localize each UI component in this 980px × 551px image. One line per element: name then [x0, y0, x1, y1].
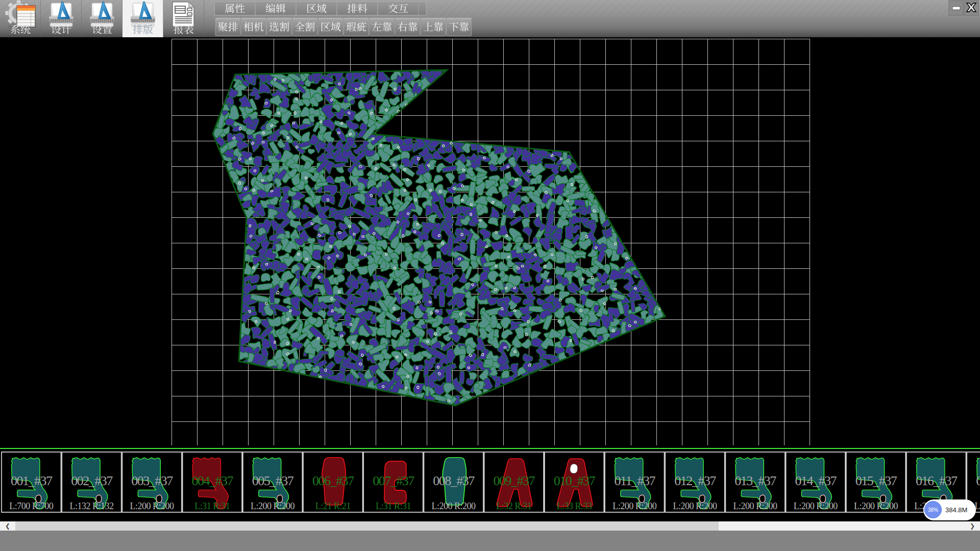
svg-text:012_#37: 012_#37 — [674, 473, 716, 488]
svg-text:014_#37: 014_#37 — [795, 473, 837, 488]
svg-text:016_#37: 016_#37 — [916, 473, 958, 488]
svg-text:005_#37: 005_#37 — [252, 473, 294, 488]
svg-text:011_#37: 011_#37 — [614, 473, 655, 488]
svg-text:010_#37: 010_#37 — [554, 473, 596, 488]
svg-text:L:200 R:200: L:200 R:200 — [794, 501, 838, 511]
svg-text:L:132 R:132: L:132 R:132 — [69, 501, 113, 511]
svg-text:L:200 R:200: L:200 R:200 — [673, 501, 717, 511]
svg-text:009_#37: 009_#37 — [494, 473, 535, 488]
svg-text:L:21 R:21: L:21 R:21 — [315, 501, 351, 511]
svg-text:001_#37: 001_#37 — [11, 473, 53, 488]
svg-text:L:200 R:200: L:200 R:200 — [612, 501, 657, 511]
svg-text:L:31 R:31: L:31 R:31 — [376, 501, 411, 511]
svg-text:L:33 R:33: L:33 R:33 — [556, 501, 592, 511]
svg-text:L:31 R:31: L:31 R:31 — [194, 501, 230, 511]
svg-text:L:200 R:200: L:200 R:200 — [432, 501, 476, 511]
svg-text:L:200 R:200: L:200 R:200 — [251, 501, 295, 511]
svg-text:L:200 R:200: L:200 R:200 — [854, 501, 898, 511]
svg-text:002_#37: 002_#37 — [71, 473, 113, 488]
svg-text:L:32 R:31: L:32 R:31 — [496, 501, 531, 511]
svg-text:007_#37: 007_#37 — [373, 473, 414, 488]
svg-text:L:200 R:200: L:200 R:200 — [733, 501, 778, 511]
svg-text:013_#37: 013_#37 — [734, 473, 776, 488]
svg-text:004_#37: 004_#37 — [192, 473, 234, 488]
svg-text:017_#37: 017_#37 — [976, 473, 980, 488]
svg-text:L:700 R:700: L:700 R:700 — [9, 501, 54, 511]
svg-text:006_#37: 006_#37 — [312, 473, 354, 488]
svg-text:008_#37: 008_#37 — [433, 473, 475, 488]
svg-text:015_#37: 015_#37 — [855, 473, 897, 488]
svg-text:L:200 R:200: L:200 R:200 — [130, 501, 175, 511]
svg-text:003_#37: 003_#37 — [131, 473, 173, 488]
